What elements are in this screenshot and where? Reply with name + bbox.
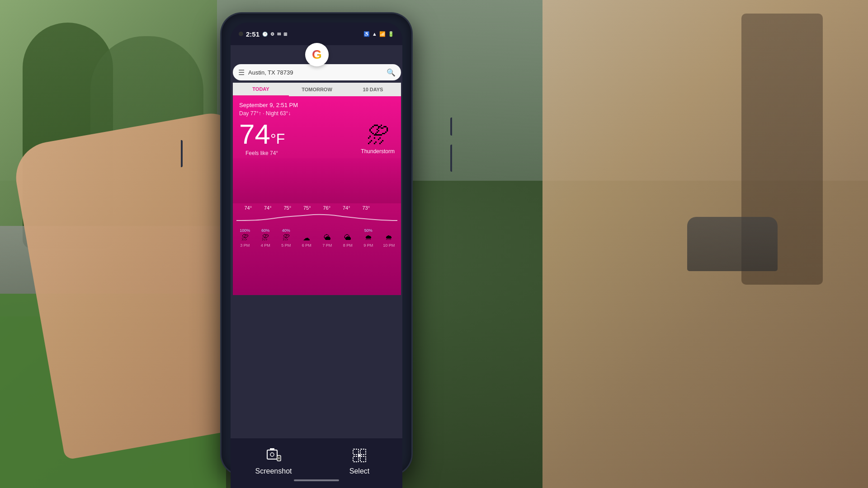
status-left: 2:51 🕐 ⚙ ✉ ⊞ [239, 30, 287, 38]
weather-main-row: 74°F Feels like 74° ⛈ Thunderstorm [233, 120, 401, 158]
car-bg [687, 217, 778, 271]
hourly-col-7 [377, 205, 395, 211]
svg-rect-1 [270, 448, 274, 450]
volume-up-button [450, 117, 452, 136]
hourly-details: 100% 60% 40% 50% ⛈ ⛈ ⛈ ☁ 🌥 🌥 🌧 🌧 3 PM 4 … [233, 228, 401, 248]
temp-curve-svg [236, 211, 397, 226]
precip-1: 60% [256, 228, 274, 233]
time-5: 8 PM [339, 243, 357, 248]
hourly-col-6: 73° [357, 205, 375, 211]
grid-icon: ⊞ [283, 32, 287, 37]
time-3: 6 PM [297, 243, 316, 248]
thunderstorm-icon: ⛈ [367, 124, 389, 146]
temperature-value: 74°F [239, 120, 285, 148]
temp-val-2: 75° [283, 205, 291, 211]
power-button [181, 140, 183, 167]
time-6: 9 PM [359, 243, 377, 248]
precip-row: 100% 60% 40% 50% [235, 228, 399, 234]
svg-point-9 [358, 454, 361, 457]
precip-6: 50% [359, 228, 377, 233]
precip-3 [297, 228, 316, 233]
location-text: Austin, TX 78739 [248, 69, 383, 76]
signal-icon: 📶 [379, 31, 386, 37]
camera-dot [239, 32, 243, 36]
hourly-col-1: 74° [259, 205, 277, 211]
feels-like: Feels like 74° [239, 148, 285, 158]
temp-val-5: 74° [343, 205, 350, 211]
temperature-display: 74°F Feels like 74° [239, 120, 285, 158]
svg-rect-6 [360, 449, 366, 455]
svg-point-2 [270, 453, 274, 456]
temp-val-0: 74° [244, 205, 252, 211]
hourly-col-3: 75° [298, 205, 316, 211]
svg-rect-8 [360, 456, 366, 462]
status-right: ♿ ▲ 📶 🔋 [363, 31, 394, 37]
precip-4 [318, 228, 336, 233]
weather-day-night: Day 77°↑ · Night 63°↓ [233, 110, 401, 120]
screenshot-action[interactable]: Screenshot [231, 442, 316, 484]
search-icon[interactable]: 🔍 [387, 68, 396, 77]
clock-icon: 🕐 [262, 32, 268, 37]
hourly-temp-line: 74° 74° 75° 75° 76° 74° 73° [233, 203, 401, 228]
accessibility-icon: ♿ [363, 31, 370, 37]
tab-tomorrow[interactable]: TOMORROW [289, 83, 345, 96]
precip-7 [380, 228, 398, 233]
precip-0: 100% [236, 228, 254, 233]
precip-5 [339, 228, 357, 233]
gear-icon: ⚙ [270, 32, 274, 37]
search-bar[interactable]: ☰ Austin, TX 78739 🔍 [233, 64, 401, 80]
hourly-icon-1: ⛈ [256, 234, 274, 242]
volume-down-button [450, 145, 452, 172]
weather-tabs: TODAY TOMORROW 10 DAYS [233, 83, 401, 96]
time-0: 3 PM [236, 243, 254, 248]
battery-icon: 🔋 [388, 31, 394, 37]
tab-10days[interactable]: 10 DAYS [345, 83, 401, 96]
hourly-icon-0: ⛈ [236, 234, 254, 242]
hourly-col-5: 74° [337, 205, 355, 211]
hourly-icon-2: ⛈ [277, 234, 295, 242]
google-logo[interactable]: G [305, 43, 329, 66]
svg-rect-7 [353, 456, 359, 462]
select-label: Select [349, 467, 369, 475]
time-4: 7 PM [318, 243, 336, 248]
google-g-icon: G [312, 47, 322, 62]
time-2: 5 PM [277, 243, 295, 248]
svg-rect-5 [353, 449, 359, 455]
time-1: 4 PM [256, 243, 274, 248]
message-icon: ✉ [277, 32, 281, 37]
weather-condition: Thunderstorm [361, 148, 395, 155]
home-bar [294, 479, 339, 481]
screenshot-label: Screenshot [255, 467, 292, 475]
weather-icon-area: ⛈ Thunderstorm [361, 124, 395, 155]
hourly-col-0: 74° [239, 205, 257, 211]
hourly-icon-7: 🌧 [380, 234, 398, 242]
hourly-temps-row: 74° 74° 75° 75° 76° 74° 73° [236, 203, 397, 211]
select-icon [350, 446, 368, 465]
temp-val-1: 74° [264, 205, 272, 211]
status-time: 2:51 [246, 30, 259, 38]
status-bar: 2:51 🕐 ⚙ ✉ ⊞ ♿ ▲ 📶 🔋 [231, 23, 402, 45]
hourly-icon-3: ☁ [297, 234, 316, 242]
temp-val-6: 73° [362, 205, 370, 211]
screenshot-icon [264, 446, 283, 465]
weather-date: September 9, 2:51 PM [233, 96, 401, 110]
select-action[interactable]: Select [316, 442, 402, 484]
hourly-icon-4: 🌥 [318, 234, 336, 242]
weather-card: September 9, 2:51 PM Day 77°↑ · Night 63… [233, 96, 401, 295]
hourly-icons-row: ⛈ ⛈ ⛈ ☁ 🌥 🌥 🌧 🌧 [235, 234, 399, 243]
temp-val-3: 75° [303, 205, 311, 211]
hourly-icon-5: 🌥 [339, 234, 357, 242]
time-7: 10 PM [380, 243, 398, 248]
hourly-col-4: 76° [318, 205, 336, 211]
hourly-times-row: 3 PM 4 PM 5 PM 6 PM 7 PM 8 PM 9 PM 10 PM [235, 243, 399, 248]
svg-rect-0 [267, 450, 277, 459]
hourly-icon-6: 🌧 [359, 234, 377, 242]
hourly-col-2: 75° [278, 205, 297, 211]
wifi-icon: ▲ [372, 31, 377, 37]
menu-icon: ☰ [238, 68, 245, 77]
tab-today[interactable]: TODAY [233, 83, 289, 96]
weather-gradient-spacer [233, 158, 401, 203]
temp-val-4: 76° [323, 205, 330, 211]
precip-2: 40% [277, 228, 295, 233]
